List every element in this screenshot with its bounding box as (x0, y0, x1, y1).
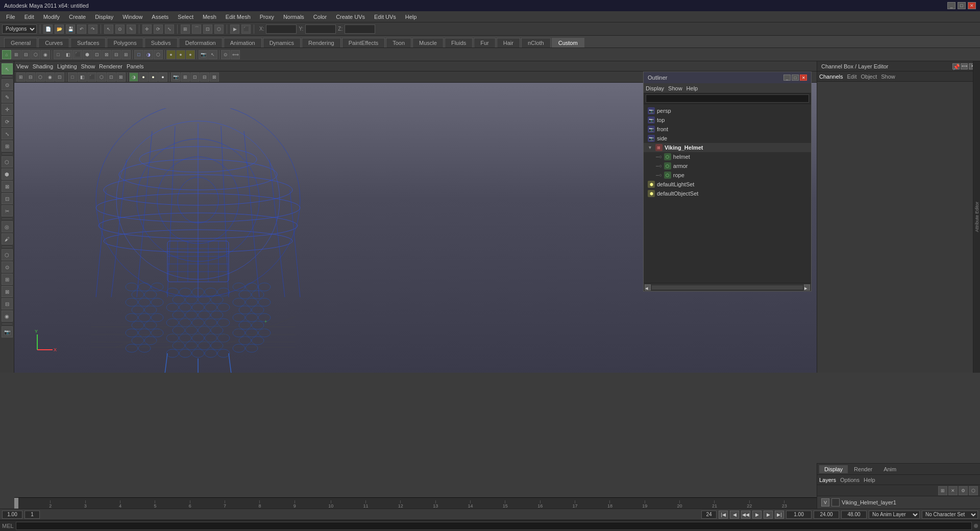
outliner-row-side[interactable]: 📷 side (644, 134, 811, 143)
menu-create[interactable]: Create (65, 13, 90, 21)
pose-icon[interactable]: ◉ (2, 310, 13, 322)
rotate-tool-icon[interactable]: ⟳ (154, 25, 163, 34)
tab-fur[interactable]: Fur (474, 38, 496, 47)
layer-type-icon[interactable]: ⬡ (969, 486, 978, 495)
timeline-area[interactable]: 123456789101112131415161718192021222324 (14, 497, 817, 509)
bevel-icon[interactable]: ⬢ (2, 168, 13, 180)
go-end-btn[interactable]: ▶| (775, 511, 784, 519)
menu-mesh[interactable]: Mesh (199, 13, 220, 21)
vp-light3-icon[interactable]: ● (158, 73, 167, 82)
scale-icon[interactable]: ⤡ (2, 128, 13, 139)
vp-smooth-icon[interactable]: ◑ (129, 73, 138, 82)
tab-animation[interactable]: Animation (224, 38, 262, 47)
outliner-row-top[interactable]: 📷 top (644, 115, 811, 125)
smooth-shade-icon[interactable]: ◑ (144, 50, 153, 59)
snap-icon[interactable]: ⊙ (221, 50, 230, 59)
snap-curve-icon[interactable]: ⌒ (192, 25, 201, 34)
light3-icon[interactable]: ● (186, 50, 195, 59)
menu-assets[interactable]: Assets (148, 13, 173, 21)
current-frame-input[interactable] (786, 511, 812, 519)
play-back-btn[interactable]: ◀◀ (741, 511, 750, 519)
tb2-icon8[interactable]: ⬢ (83, 50, 92, 59)
tab-surfaces[interactable]: Surfaces (70, 38, 106, 47)
tab-ncloth[interactable]: nCloth (521, 38, 551, 47)
lasso-tool-icon[interactable]: ⊙ (115, 25, 125, 34)
vp-icon4[interactable]: ◉ (45, 73, 55, 82)
outliner-row-rope[interactable]: ─○ ⬡ rope (652, 171, 811, 180)
open-scene-icon[interactable]: 📂 (55, 25, 64, 34)
undo-icon[interactable]: ↶ (77, 25, 86, 34)
layer-new-icon[interactable]: ⊞ (938, 486, 947, 495)
outliner-row-armor[interactable]: ─○ ⬡ armor (652, 161, 811, 171)
cb-pin-icon[interactable]: 📌 (952, 63, 960, 69)
menu-proxy[interactable]: Proxy (256, 13, 278, 21)
cb-tab-object[interactable]: Object (861, 74, 877, 80)
outliner-maximize[interactable]: □ (792, 75, 799, 81)
play-fwd-btn[interactable]: ▶ (752, 511, 762, 519)
outliner-close[interactable]: ✕ (800, 75, 807, 81)
tab-polygons[interactable]: Polygons (107, 38, 143, 47)
save-scene-icon[interactable]: 💾 (66, 25, 75, 34)
snap-grid-icon[interactable]: ⊞ (181, 25, 190, 34)
panels-menu[interactable]: Panels (127, 63, 144, 69)
camera-orbit-icon[interactable]: 📷 (2, 326, 13, 337)
soft-sel-icon[interactable]: ◎ (2, 221, 13, 232)
next-frame-btn[interactable]: ▶ (764, 511, 773, 519)
outliner-row-front[interactable]: 📷 front (644, 125, 811, 134)
menu-normals[interactable]: Normals (279, 13, 308, 21)
menu-file[interactable]: File (2, 13, 19, 21)
bridge-icon[interactable]: ⊠ (2, 181, 13, 192)
vp-icon3[interactable]: ⬡ (36, 73, 45, 82)
grab-brush-icon[interactable]: ⊠ (2, 286, 13, 297)
vp-icon2[interactable]: ⊟ (26, 73, 35, 82)
tab-curves[interactable]: Curves (38, 38, 69, 47)
paint-tool-icon[interactable]: ✎ (127, 25, 136, 34)
tab-dynamics[interactable]: Dynamics (263, 38, 301, 47)
texture-icon[interactable]: ⬡ (154, 50, 163, 59)
renderer-menu[interactable]: Renderer (99, 63, 122, 69)
menu-display[interactable]: Display (91, 13, 117, 21)
prev-frame-btn[interactable]: ◀ (730, 511, 739, 519)
tb2-icon3[interactable]: ⬡ (31, 50, 40, 59)
tab-fluids[interactable]: Fluids (445, 38, 473, 47)
light1-icon[interactable]: ● (166, 50, 176, 59)
menu-color[interactable]: Color (309, 13, 331, 21)
range-start-input[interactable] (24, 511, 40, 519)
character-set-select[interactable]: No Character Set (922, 511, 978, 519)
lighting-menu[interactable]: Lighting (57, 63, 77, 69)
render-icon[interactable]: ▶ (230, 25, 239, 34)
btm-tab-anim[interactable]: Anim (878, 465, 901, 473)
vp-hud-icon[interactable]: ⊟ (200, 73, 209, 82)
y-coord-input[interactable] (305, 25, 336, 34)
anim-layer-select[interactable]: No Anim Layer (869, 511, 920, 519)
vp-light2-icon[interactable]: ● (149, 73, 158, 82)
outliner-help-menu[interactable]: Help (687, 85, 698, 91)
vp-icon5[interactable]: ⊡ (55, 73, 64, 82)
wireframe-icon[interactable]: □ (134, 50, 143, 59)
vp-icon1[interactable]: ⊞ (16, 73, 26, 82)
time-ruler[interactable]: 123456789101112131415161718192021222324 (14, 498, 817, 509)
camera-icon[interactable]: 📷 (199, 50, 208, 59)
new-scene-icon[interactable]: 📄 (43, 25, 53, 34)
vp-shading-icon[interactable]: ⬛ (87, 73, 96, 82)
current-frame-marker[interactable] (14, 498, 18, 509)
tb2-icon1[interactable]: ⊞ (12, 50, 21, 59)
minimize-button[interactable]: _ (947, 2, 955, 9)
layer-row-viking[interactable]: V Viking_Helmet_layer1 (819, 497, 978, 508)
vp-solid-icon[interactable]: ⊡ (107, 73, 116, 82)
maximize-button[interactable]: □ (958, 2, 966, 9)
tb2-icon5[interactable]: □ (54, 50, 63, 59)
cut-icon[interactable]: ✂ (2, 205, 13, 216)
vp-snap-icon[interactable]: ⊠ (210, 73, 219, 82)
layer-visible-btn[interactable]: V (821, 498, 829, 506)
flatten-icon[interactable]: ⊟ (2, 298, 13, 309)
menu-select[interactable]: Select (174, 13, 198, 21)
cb-expand-icon[interactable]: ⟺ (961, 63, 968, 69)
mirror-icon[interactable]: ⟺ (231, 50, 240, 59)
vp-cam-icon[interactable]: 📷 (171, 73, 180, 82)
vp-texture-icon[interactable]: ⊠ (116, 73, 126, 82)
range-end-input[interactable] (701, 511, 717, 519)
outliner-row-objectset[interactable]: ⬢ defaultObjectSet (644, 189, 811, 198)
menu-edit-uvs[interactable]: Edit UVs (370, 13, 400, 21)
tab-painteffects[interactable]: PaintEffects (342, 38, 385, 47)
